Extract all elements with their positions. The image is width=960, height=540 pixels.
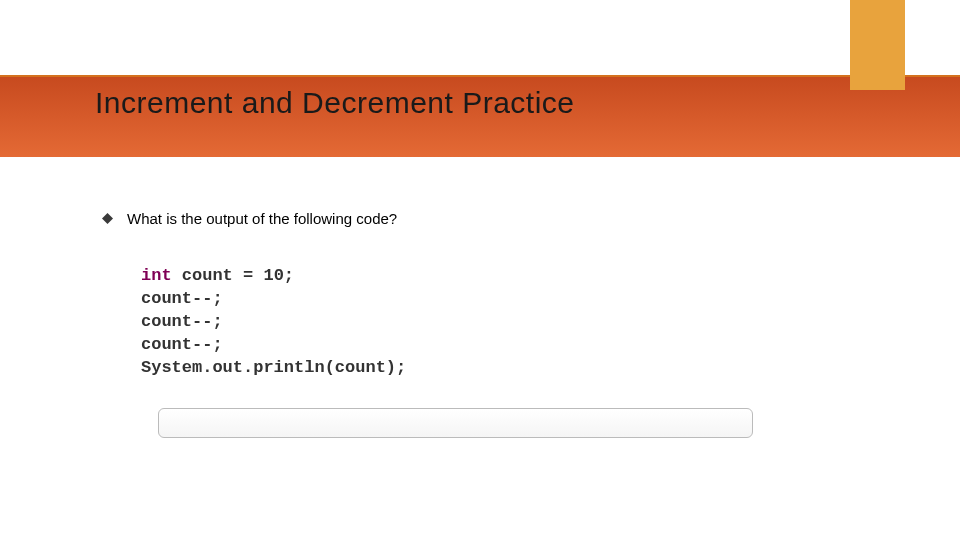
code-block: int count = 10; count--; count--; count-… (127, 255, 477, 392)
code-keyword: int (141, 266, 172, 285)
code-text: System.out.println(count); (141, 358, 406, 377)
slide-title: Increment and Decrement Practice (95, 86, 575, 120)
answer-box[interactable] (158, 408, 753, 438)
svg-marker-0 (102, 213, 113, 224)
bullet-text: What is the output of the following code… (127, 210, 397, 227)
code-text: count = 10; (172, 266, 294, 285)
bullet-row: What is the output of the following code… (102, 210, 397, 227)
code-text: count--; (141, 312, 223, 331)
accent-block (850, 0, 905, 90)
code-text: count--; (141, 289, 223, 308)
code-text: count--; (141, 335, 223, 354)
diamond-bullet-icon (102, 213, 113, 224)
